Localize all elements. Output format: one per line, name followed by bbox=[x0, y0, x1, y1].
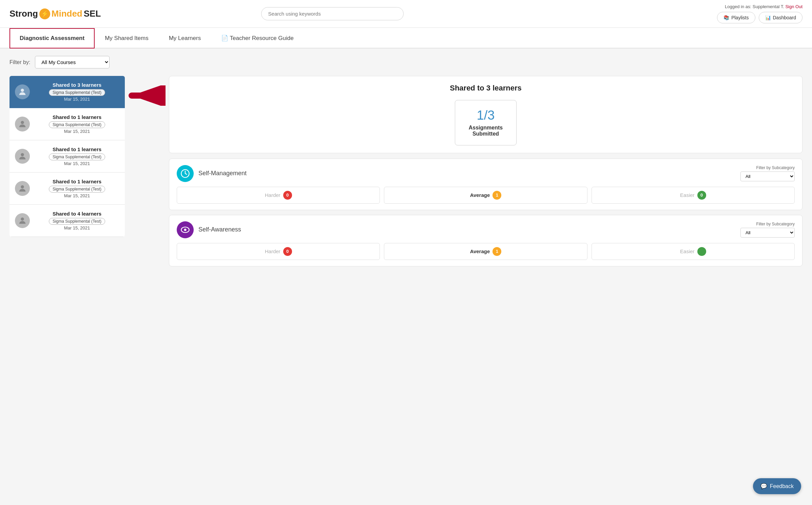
dashboard-button[interactable]: 📊 Dashboard bbox=[759, 12, 803, 23]
assignment-fraction: 1/3 bbox=[469, 108, 503, 123]
category-top: Self-Management Filter by Subcategory Al… bbox=[177, 165, 795, 182]
harder-badge: 0 bbox=[283, 247, 292, 256]
list-item-date: Mar 15, 2021 bbox=[35, 161, 119, 166]
average-badge: 1 bbox=[492, 247, 501, 256]
playlists-button[interactable]: 📚 Playlists bbox=[717, 12, 755, 23]
difficulty-row: Harder 0 Average 1 Easier bbox=[177, 243, 795, 260]
detail-col: Shared to 3 learners 1/3 AssignmentsSubm… bbox=[169, 76, 803, 271]
easier-label: Easier bbox=[680, 248, 695, 254]
list-item-title: Shared to 3 learners bbox=[35, 82, 119, 88]
list-item-date: Mar 15, 2021 bbox=[35, 129, 119, 134]
assignment-label: AssignmentsSubmitted bbox=[469, 125, 503, 137]
detail-box: Shared to 3 learners 1/3 AssignmentsSubm… bbox=[169, 76, 803, 153]
avatar bbox=[15, 213, 30, 228]
list-scroll[interactable]: Shared to 3 learners Sigma Supplemental … bbox=[9, 76, 125, 237]
list-item[interactable]: Shared to 4 learners Sigma Supplemental … bbox=[9, 205, 125, 237]
harder-label: Harder bbox=[265, 192, 281, 198]
logo-sel-text: SEL bbox=[84, 8, 101, 19]
average-button[interactable]: Average 1 bbox=[384, 187, 587, 204]
header-buttons: 📚 Playlists 📊 Dashboard bbox=[717, 12, 803, 23]
list-item-date: Mar 15, 2021 bbox=[35, 225, 119, 230]
harder-button[interactable]: Harder 0 bbox=[177, 243, 380, 260]
two-col-layout: Shared to 3 learners Sigma Supplemental … bbox=[9, 76, 803, 271]
sign-out-link[interactable]: Sign Out bbox=[785, 4, 803, 9]
svg-point-1 bbox=[21, 121, 24, 124]
filter-select[interactable]: All My Courses Course A Course B bbox=[35, 56, 110, 68]
easier-button[interactable]: Easier 0 bbox=[592, 187, 795, 204]
logo-brain-icon: ⚡ bbox=[39, 8, 50, 19]
filter-sub-label: Filter by Subcategory bbox=[756, 222, 795, 226]
dashboard-icon: 📊 bbox=[765, 15, 771, 20]
tab-diagnostic[interactable]: Diagnostic Assessment bbox=[9, 28, 95, 48]
svg-point-3 bbox=[21, 185, 24, 188]
filter-label: Filter by: bbox=[9, 59, 30, 65]
list-item-badge: Sigma Supplemental (Test) bbox=[49, 218, 105, 225]
guide-icon: 📄 bbox=[221, 35, 228, 41]
avatar bbox=[15, 149, 30, 164]
list-item-title: Shared to 4 learners bbox=[35, 211, 119, 217]
tab-my-learners[interactable]: My Learners bbox=[159, 28, 211, 48]
list-item[interactable]: Shared to 1 learners Sigma Supplemental … bbox=[9, 108, 125, 140]
header-right: Logged in as: Supplemental T. Sign Out 📚… bbox=[717, 4, 803, 23]
easier-button[interactable]: Easier bbox=[592, 243, 795, 260]
assignment-list: Shared to 3 learners Sigma Supplemental … bbox=[9, 76, 125, 237]
self-awareness-filter: Filter by Subcategory All bbox=[740, 222, 795, 238]
average-label: Average bbox=[470, 248, 490, 254]
main-content: Filter by: All My Courses Course A Cours… bbox=[0, 48, 812, 279]
arrow-col bbox=[125, 76, 166, 106]
list-item-info: Shared to 1 learners Sigma Supplemental … bbox=[35, 114, 119, 134]
svg-point-8 bbox=[184, 228, 187, 231]
tab-shared-items[interactable]: My Shared Items bbox=[95, 28, 159, 48]
list-item-date: Mar 15, 2021 bbox=[35, 97, 119, 102]
logged-in-text: Logged in as: Supplemental T. Sign Out bbox=[725, 4, 803, 9]
svg-point-2 bbox=[21, 153, 24, 156]
playlists-label: Playlists bbox=[731, 15, 749, 20]
filter-row: Filter by: All My Courses Course A Cours… bbox=[9, 56, 803, 68]
list-item-info: Shared to 3 learners Sigma Supplemental … bbox=[35, 82, 119, 102]
list-item-badge: Sigma Supplemental (Test) bbox=[49, 89, 105, 96]
difficulty-row: Harder 0 Average 1 Easier 0 bbox=[177, 187, 795, 204]
list-item-info: Shared to 1 learners Sigma Supplemental … bbox=[35, 179, 119, 198]
arrow-icon bbox=[125, 85, 166, 106]
self-management-filter: Filter by Subcategory All bbox=[740, 165, 795, 181]
svg-point-4 bbox=[21, 218, 24, 221]
harder-badge: 0 bbox=[283, 191, 292, 200]
list-item[interactable]: Shared to 1 learners Sigma Supplemental … bbox=[9, 173, 125, 205]
logo: Strong ⚡ Minded SEL bbox=[9, 8, 101, 19]
harder-label: Harder bbox=[265, 248, 281, 254]
nav-tabs: Diagnostic Assessment My Shared Items My… bbox=[0, 28, 812, 48]
header: Strong ⚡ Minded SEL Logged in as: Supple… bbox=[0, 0, 812, 28]
search-input[interactable] bbox=[261, 7, 404, 20]
list-item-date: Mar 15, 2021 bbox=[35, 193, 119, 198]
category-top: Self-Awareness Filter by Subcategory All bbox=[177, 221, 795, 238]
self-awareness-subcategory-select[interactable]: All bbox=[740, 228, 795, 238]
easier-badge bbox=[697, 247, 706, 256]
list-item-info: Shared to 4 learners Sigma Supplemental … bbox=[35, 211, 119, 230]
list-item-badge: Sigma Supplemental (Test) bbox=[49, 186, 105, 193]
list-item[interactable]: Shared to 1 learners Sigma Supplemental … bbox=[9, 140, 125, 173]
list-item-title: Shared to 1 learners bbox=[35, 146, 119, 152]
avatar bbox=[15, 117, 30, 132]
harder-button[interactable]: Harder 0 bbox=[177, 187, 380, 204]
self-management-subcategory-select[interactable]: All bbox=[740, 171, 795, 181]
category-self-awareness: Self-Awareness Filter by Subcategory All… bbox=[169, 215, 803, 266]
easier-badge: 0 bbox=[697, 191, 706, 200]
self-awareness-icon bbox=[177, 221, 194, 238]
logo-strong-text: Strong bbox=[9, 8, 38, 19]
list-item[interactable]: Shared to 3 learners Sigma Supplemental … bbox=[9, 76, 125, 108]
average-button[interactable]: Average 1 bbox=[384, 243, 587, 260]
dashboard-label: Dashboard bbox=[773, 15, 796, 20]
logo-minded-text: Minded bbox=[52, 8, 82, 19]
avatar bbox=[15, 84, 30, 99]
svg-point-0 bbox=[21, 89, 24, 92]
list-item-badge: Sigma Supplemental (Test) bbox=[49, 121, 105, 128]
assignments-box: 1/3 AssignmentsSubmitted bbox=[169, 93, 802, 153]
easier-label: Easier bbox=[680, 192, 695, 198]
filter-sub-label: Filter by Subcategory bbox=[756, 165, 795, 170]
search-wrapper bbox=[261, 7, 404, 20]
list-item-title: Shared to 1 learners bbox=[35, 179, 119, 184]
self-management-icon bbox=[177, 165, 194, 182]
assignment-card: 1/3 AssignmentsSubmitted bbox=[455, 100, 517, 145]
self-awareness-label: Self-Awareness bbox=[198, 226, 736, 233]
tab-teacher-guide[interactable]: 📄 Teacher Resource Guide bbox=[211, 28, 304, 48]
